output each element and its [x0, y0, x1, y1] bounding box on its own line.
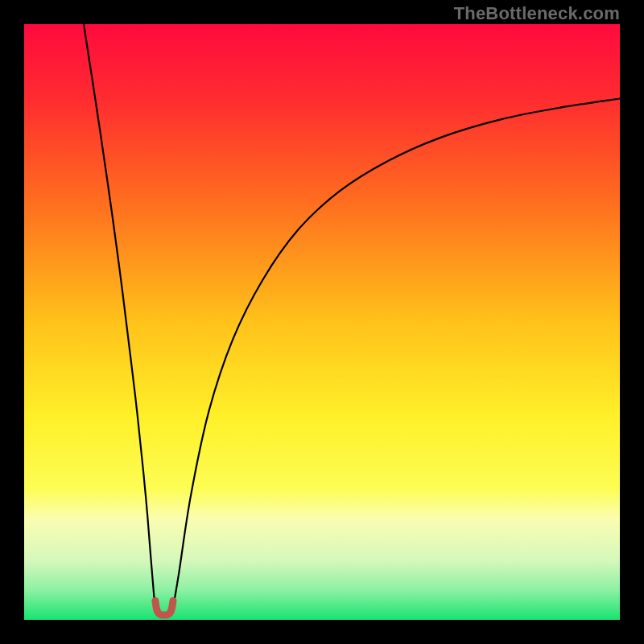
curve-layer — [24, 24, 620, 620]
min-marker — [155, 601, 173, 615]
plot-area — [24, 24, 620, 620]
curve-left — [84, 24, 155, 608]
curve-right — [173, 99, 620, 609]
chart-frame: TheBottleneck.com — [0, 0, 644, 644]
watermark-text: TheBottleneck.com — [454, 3, 620, 24]
